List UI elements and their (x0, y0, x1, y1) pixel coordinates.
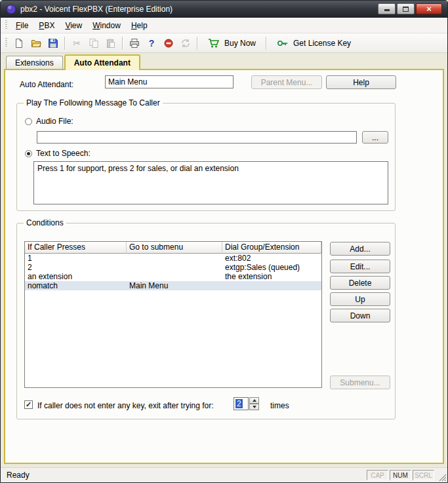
cell-submenu (127, 272, 222, 281)
toolbar-separator (197, 37, 198, 50)
cart-icon (208, 38, 220, 48)
menu-file[interactable]: File (10, 19, 33, 32)
menubar: File PBX View Window Help (1, 18, 447, 33)
tab-extensions[interactable]: Extensions (6, 56, 63, 69)
table-row[interactable]: nomatch Main Menu (25, 281, 321, 290)
get-license-key-button[interactable]: Get License Key (270, 35, 358, 51)
auto-attendant-input[interactable] (105, 75, 234, 88)
column-header-dial[interactable]: Dial Group/Extension (222, 242, 321, 254)
parent-menu-button[interactable]: Parent Menu... (251, 75, 322, 89)
retry-count-spinner: 2 (234, 397, 259, 410)
stop-icon (163, 38, 174, 48)
maximize-button[interactable] (397, 3, 415, 14)
resize-grip-icon[interactable] (437, 472, 447, 482)
paste-button[interactable] (102, 35, 119, 51)
stop-button[interactable] (160, 35, 177, 51)
spin-up-button[interactable] (249, 397, 259, 404)
browse-button[interactable]: ... (362, 131, 388, 144)
menu-window[interactable]: Window (87, 19, 126, 32)
submenu-label: Submenu... (340, 378, 380, 387)
retry-count-input[interactable]: 2 (234, 397, 249, 410)
status-key: CAP (367, 470, 388, 480)
spin-down-button[interactable] (249, 404, 259, 410)
paste-icon (106, 38, 116, 48)
cell-dial: the extension (222, 272, 321, 281)
app-body: Extensions Auto Attendant Auto Attendant… (1, 53, 447, 467)
buy-now-button[interactable]: Buy Now (201, 35, 263, 51)
auto-attendant-panel: Auto Attendant: Parent Menu... Help Play… (4, 69, 444, 464)
retry-checkbox[interactable]: ✓ (24, 400, 33, 409)
new-document-icon (14, 38, 24, 48)
conditions-table: If Caller Presses Go to submenu Dial Gro… (24, 241, 322, 388)
message-groupbox: Play The Following Message To Caller Aud… (16, 103, 396, 211)
help-toolbar-button[interactable]: ? (143, 35, 160, 51)
table-row[interactable]: an extension the extension (25, 272, 321, 281)
status-ready-text: Ready (1, 471, 367, 480)
print-button[interactable] (126, 35, 143, 51)
minimize-button[interactable] (378, 3, 396, 14)
cell-submenu (127, 263, 222, 272)
cell-press: an extension (25, 272, 127, 281)
menu-help[interactable]: Help (126, 19, 153, 32)
status-key-indicators: CAP NUM SCRL (367, 470, 434, 480)
conditions-groupbox: Conditions If Caller Presses Go to subme… (16, 223, 396, 419)
new-button[interactable] (10, 35, 28, 51)
radio-button-icon (25, 118, 32, 125)
spinner-buttons (249, 397, 259, 410)
cell-submenu: Main Menu (127, 281, 222, 290)
menu-view[interactable]: View (60, 19, 87, 32)
retry-checkbox-label[interactable]: If caller does not enter any key, exit a… (37, 401, 214, 410)
up-button[interactable]: Up (330, 292, 390, 306)
column-header-presses[interactable]: If Caller Presses (25, 242, 127, 254)
tab-auto-attendant[interactable]: Auto Attendant (64, 54, 140, 70)
titlebar[interactable]: pbx2 - Voicent FlexPBX (Enterprise Editi… (1, 1, 447, 18)
key-icon (277, 38, 289, 48)
radio-button-icon (25, 150, 32, 157)
up-label: Up (355, 295, 365, 304)
table-header: If Caller Presses Go to submenu Dial Gro… (25, 242, 321, 254)
down-button[interactable]: Down (330, 309, 390, 322)
auto-attendant-label: Auto Attendant: (20, 80, 73, 89)
save-button[interactable] (45, 35, 62, 51)
minimize-icon (384, 9, 390, 11)
get-license-key-label: Get License Key (293, 39, 351, 48)
toolbar: ✂ (1, 33, 447, 53)
tab-strip: Extensions Auto Attendant (4, 53, 444, 69)
copy-button[interactable] (85, 35, 102, 51)
delete-label: Delete (349, 279, 372, 288)
text-to-speech-radio[interactable]: Text to Speech: (25, 149, 91, 158)
audio-file-input[interactable] (37, 131, 357, 144)
app-icon[interactable] (6, 4, 16, 14)
cut-button[interactable]: ✂ (68, 35, 85, 51)
edit-button[interactable]: Edit... (330, 260, 390, 273)
buy-now-label: Buy Now (224, 39, 256, 48)
cell-press: 1 (25, 254, 127, 263)
table-row[interactable]: 2 extgp:Sales (queued) (25, 263, 321, 272)
open-button[interactable] (28, 35, 45, 51)
audio-file-radio[interactable]: Audio File: (25, 117, 73, 126)
help-button[interactable]: Help (326, 75, 396, 89)
add-button[interactable]: Add... (330, 242, 390, 256)
save-icon (48, 38, 58, 48)
check-icon: ✓ (26, 401, 31, 408)
delete-button[interactable]: Delete (330, 276, 390, 290)
refresh-icon (180, 38, 191, 48)
table-row[interactable]: 1 ext:802 (25, 254, 321, 263)
status-key: SCRL (413, 470, 434, 480)
menubar-grip[interactable] (5, 20, 7, 30)
submenu-button[interactable]: Submenu... (330, 376, 390, 389)
tts-textarea[interactable]: Press 1 for support, press 2 for sales, … (33, 161, 388, 204)
toolbar-grip[interactable] (5, 38, 7, 48)
help-icon: ? (149, 39, 155, 48)
refresh-button[interactable] (177, 35, 194, 51)
message-group-title: Play The Following Message To Caller (24, 98, 163, 107)
column-header-submenu[interactable]: Go to submenu (127, 242, 222, 254)
cut-icon: ✂ (73, 39, 81, 48)
app-window: pbx2 - Voicent FlexPBX (Enterprise Editi… (0, 0, 448, 483)
maximize-icon (403, 7, 409, 12)
retry-count-value: 2 (235, 399, 243, 408)
down-label: Down (350, 311, 371, 320)
menu-pbx[interactable]: PBX (33, 19, 60, 32)
close-button[interactable]: × (416, 3, 442, 14)
caption-buttons: × (378, 3, 442, 14)
